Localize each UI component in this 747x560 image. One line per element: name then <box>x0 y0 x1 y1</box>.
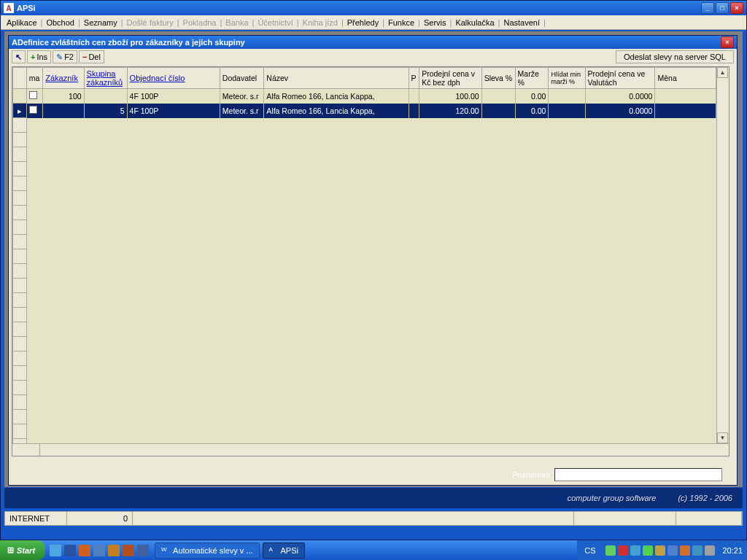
row-indicator-empty[interactable] <box>13 366 27 381</box>
row-indicator-empty[interactable] <box>13 235 27 249</box>
quick-launch-icon[interactable] <box>93 545 105 556</box>
scroll-down-button[interactable]: ▼ <box>717 432 728 443</box>
cell-checkbox[interactable] <box>26 89 43 104</box>
cell-hlidat[interactable] <box>549 89 585 104</box>
cell-mena[interactable] <box>655 104 716 118</box>
quick-launch-icon[interactable] <box>64 545 76 556</box>
col-prodejni-val[interactable]: Prodejní cena ve Valutách <box>585 68 655 89</box>
col-mena[interactable]: Měna <box>655 68 716 89</box>
titlebar[interactable]: A APSi _ □ × <box>1 1 746 15</box>
tray-icon[interactable] <box>630 545 640 556</box>
scroll-up-button[interactable]: ▲ <box>717 67 728 78</box>
cell-nazev[interactable]: Alfa Romeo 166, Lancia Kappa, <box>264 89 409 104</box>
row-indicator-empty[interactable] <box>13 264 27 279</box>
col-prodejni[interactable]: Prodejní cena v Kč bez dph <box>419 68 482 89</box>
menu-aplikace[interactable]: Aplikace <box>4 17 40 28</box>
col-objednaci[interactable]: Objednací číslo <box>127 68 220 89</box>
cell-objednaci[interactable]: 4F 100P <box>127 104 220 118</box>
insert-button[interactable]: +Ins <box>27 50 51 63</box>
cell-zakaznik[interactable] <box>43 104 84 118</box>
edit-button[interactable]: ✎F2 <box>53 50 77 63</box>
col-marze[interactable]: Marže % <box>515 68 549 89</box>
cell-prodejni-val[interactable]: 0.0000 <box>585 89 655 104</box>
col-sleva[interactable]: Sleva % <box>481 68 515 89</box>
quick-launch-icon[interactable] <box>79 545 90 556</box>
cell-nazev[interactable]: Alfa Romeo 166, Lancia Kappa, <box>264 104 409 118</box>
start-button[interactable]: ⊞ Start <box>0 540 45 560</box>
col-ma[interactable]: ma <box>26 68 43 89</box>
clock[interactable]: 20:21 <box>722 546 743 555</box>
cell-p[interactable] <box>409 104 419 118</box>
row-indicator-empty[interactable] <box>13 206 27 220</box>
quick-launch-icon[interactable] <box>108 545 120 556</box>
col-skupina[interactable]: Skupina zákazníků <box>84 68 127 89</box>
row-indicator-empty[interactable] <box>13 191 27 206</box>
back-button[interactable]: ↖ <box>12 50 26 63</box>
vertical-scrollbar[interactable]: ▲ ▼ <box>716 67 729 443</box>
quick-launch-icon[interactable] <box>137 545 149 556</box>
cell-mena[interactable] <box>655 89 716 104</box>
menu-servis[interactable]: Servis <box>421 17 449 28</box>
row-indicator-empty[interactable] <box>13 381 27 395</box>
row-indicator[interactable]: ▸ <box>13 104 27 118</box>
cell-zakaznik[interactable]: 100 <box>43 89 84 104</box>
child-titlebar[interactable]: A Definice zvláštních cen zboží pro záka… <box>9 36 737 49</box>
taskbar-button[interactable]: WAutomatické slevy v ... <box>155 542 259 559</box>
menu-prehledy[interactable]: Přehledy <box>344 17 382 28</box>
cell-objednaci[interactable]: 4F 100P <box>127 89 220 104</box>
tray-icon[interactable] <box>605 545 616 556</box>
tray-icon[interactable] <box>680 545 690 556</box>
checkbox-icon[interactable] <box>29 91 37 99</box>
menu-kalkulacka[interactable]: Kalkulačka <box>452 17 497 28</box>
row-indicator-empty[interactable] <box>13 249 27 264</box>
cell-p[interactable] <box>409 89 419 104</box>
row-indicator-empty[interactable] <box>13 293 27 308</box>
row-indicator-empty[interactable] <box>13 279 27 293</box>
row-header-col[interactable] <box>13 68 27 89</box>
row-indicator-empty[interactable] <box>13 176 27 191</box>
row-indicator-empty[interactable] <box>13 337 27 351</box>
language-indicator[interactable]: CS <box>581 545 598 556</box>
tray-icon[interactable] <box>667 545 678 556</box>
cell-prodejni[interactable]: 120.00 <box>419 104 482 118</box>
table-row[interactable]: 1004F 100PMeteor. s.rAlfa Romeo 166, Lan… <box>13 89 716 104</box>
child-close-button[interactable]: × <box>721 36 734 48</box>
row-indicator-empty[interactable] <box>13 424 27 439</box>
menu-seznamy[interactable]: Seznamy <box>81 17 120 28</box>
col-hlidat[interactable]: Hlídat min marži % <box>549 68 585 89</box>
quick-launch-icon[interactable] <box>123 545 134 556</box>
menu-funkce[interactable]: Funkce <box>385 17 417 28</box>
cell-skupina[interactable]: 5 <box>84 104 127 118</box>
quick-launch-icon[interactable] <box>50 545 61 556</box>
delete-button[interactable]: −Del <box>79 50 104 63</box>
cell-hlidat[interactable] <box>549 104 585 118</box>
cell-checkbox[interactable] <box>26 104 43 118</box>
tray-icon[interactable] <box>705 545 715 556</box>
row-indicator-empty[interactable] <box>13 395 27 410</box>
row-indicator-empty[interactable] <box>13 133 27 147</box>
col-nazev[interactable]: Název <box>264 68 409 89</box>
cell-dodavatel[interactable]: Meteor. s.r <box>220 89 264 104</box>
menu-nastaveni[interactable]: Nastavení <box>500 17 543 28</box>
tray-icon[interactable] <box>655 545 665 556</box>
row-indicator-empty[interactable] <box>13 118 27 133</box>
cell-marze[interactable]: 0.00 <box>515 89 549 104</box>
row-indicator-empty[interactable] <box>13 308 27 322</box>
tray-icon[interactable] <box>618 545 628 556</box>
row-indicator-empty[interactable] <box>13 410 27 424</box>
close-button[interactable]: × <box>730 2 743 14</box>
table-row[interactable]: ▸54F 100PMeteor. s.rAlfa Romeo 166, Lanc… <box>13 104 716 118</box>
tray-icon[interactable] <box>692 545 703 556</box>
cell-sleva[interactable] <box>481 104 515 118</box>
col-p[interactable]: P <box>409 68 419 89</box>
row-indicator-empty[interactable] <box>13 162 27 176</box>
row-indicator-empty[interactable] <box>13 220 27 235</box>
minimize-button[interactable]: _ <box>701 2 714 14</box>
cell-prodejni-val[interactable]: 0.0000 <box>585 104 655 118</box>
menu-obchod[interactable]: Obchod <box>43 17 77 28</box>
checkbox-icon[interactable] <box>29 106 37 114</box>
row-indicator-empty[interactable] <box>13 147 27 162</box>
cell-marze[interactable]: 0.00 <box>515 104 549 118</box>
row-indicator-empty[interactable] <box>13 351 27 366</box>
note-input[interactable] <box>554 468 722 481</box>
